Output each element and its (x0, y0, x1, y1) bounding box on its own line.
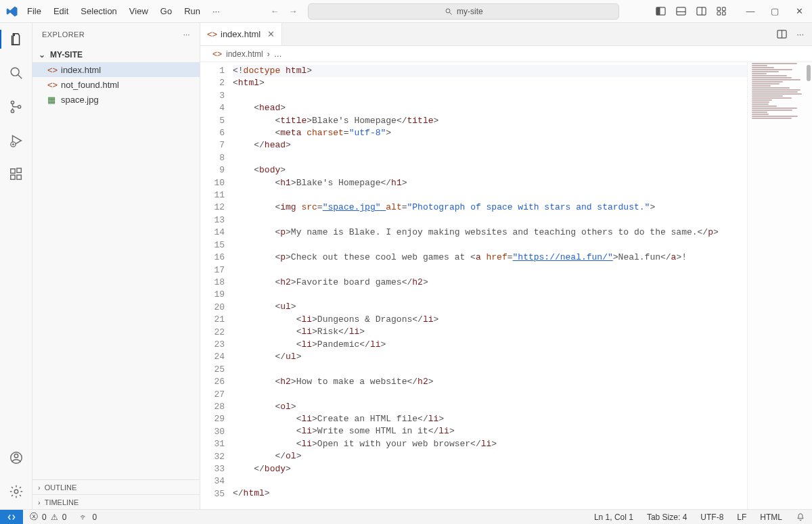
activity-bar (0, 23, 32, 509)
svg-rect-12 (722, 11, 725, 15)
svg-point-16 (11, 110, 14, 112)
vscode-logo-icon (4, 3, 20, 20)
status-problems[interactable]: ⓧ0 ⚠0 (23, 511, 73, 523)
svg-line-1 (450, 12, 452, 14)
menu-file[interactable]: File (22, 3, 47, 19)
svg-rect-24 (16, 168, 20, 172)
search-text: my-site (457, 7, 483, 16)
window-close-icon[interactable]: ✕ (793, 6, 805, 16)
line-number-gutter: 1234567891011121314151617181920212223242… (200, 62, 233, 509)
tab-label: index.html (221, 29, 261, 39)
code-editor[interactable]: <!doctype html><html> <head> <title>Blak… (233, 62, 747, 509)
search-icon (445, 7, 453, 16)
menu-edit[interactable]: Edit (48, 3, 74, 19)
svg-point-17 (18, 105, 20, 108)
activity-run-debug-icon[interactable] (0, 130, 32, 151)
menu-selection[interactable]: Selection (75, 3, 122, 19)
editor-more-icon[interactable]: ··· (796, 29, 804, 39)
status-language[interactable]: HTML (753, 513, 789, 522)
svg-rect-3 (656, 7, 660, 15)
explorer-more-icon[interactable]: ··· (183, 30, 190, 39)
layout-customize-icon[interactable] (716, 6, 727, 17)
timeline-panel[interactable]: › TIMELINE (32, 494, 200, 509)
explorer-sidebar: EXPLORER ··· ⌄ MY-SITE <>index.html<>not… (32, 23, 200, 509)
layout-panel-icon[interactable] (675, 6, 686, 17)
svg-rect-9 (717, 7, 720, 11)
activity-extensions-icon[interactable] (0, 164, 32, 185)
image-file-icon: ▦ (47, 95, 57, 105)
svg-point-13 (11, 68, 19, 76)
activity-settings-icon[interactable] (0, 481, 32, 502)
status-cursor-position[interactable]: Ln 1, Col 1 (587, 513, 640, 522)
chevron-down-icon: ⌄ (38, 50, 46, 59)
status-eol[interactable]: LF (730, 513, 753, 522)
activity-source-control-icon[interactable] (0, 96, 32, 118)
error-icon: ⓧ (30, 511, 38, 523)
tab-index-html[interactable]: <> index.html ✕ (200, 23, 282, 45)
breadcrumb[interactable]: <> index.html › … (200, 46, 812, 62)
file-row[interactable]: <>not_found.html (32, 77, 200, 92)
command-center-search[interactable]: my-site (308, 3, 619, 20)
file-row[interactable]: <>index.html (32, 62, 200, 77)
radio-tower-icon: ᯤ (80, 513, 88, 522)
menu-run[interactable]: Run (179, 3, 206, 19)
remote-indicator-icon[interactable] (0, 510, 23, 525)
menu-view[interactable]: View (124, 3, 154, 19)
svg-rect-22 (10, 175, 14, 179)
minimap-scroll-icon[interactable] (807, 65, 811, 81)
window-maximize-icon[interactable]: ▢ (769, 6, 781, 16)
status-notifications-icon[interactable] (789, 513, 812, 522)
svg-rect-11 (717, 11, 720, 15)
breadcrumb-file: index.html (226, 49, 263, 59)
status-indentation[interactable]: Tab Size: 4 (640, 513, 694, 522)
outline-panel[interactable]: › OUTLINE (32, 479, 200, 494)
svg-point-0 (446, 9, 450, 13)
svg-point-26 (14, 454, 18, 458)
layout-secondary-icon[interactable] (696, 6, 706, 17)
html-file-icon: <> (47, 80, 57, 90)
window-minimize-icon[interactable]: — (744, 6, 757, 16)
activity-accounts-icon[interactable] (0, 447, 32, 469)
file-name: index.html (61, 65, 101, 75)
folder-root[interactable]: ⌄ MY-SITE (32, 47, 200, 62)
editor-group: <> index.html ✕ ··· <> index.html › … 12… (200, 23, 812, 509)
layout-primary-icon[interactable] (655, 6, 666, 17)
svg-line-14 (18, 75, 22, 79)
split-editor-icon[interactable] (777, 29, 787, 39)
menu-overflow-icon[interactable]: ··· (207, 3, 225, 19)
file-row[interactable]: ▦space.jpg (32, 92, 200, 107)
close-icon[interactable]: ✕ (267, 29, 275, 39)
warning-icon: ⚠ (51, 513, 58, 522)
svg-rect-10 (722, 7, 725, 11)
tab-bar: <> index.html ✕ ··· (200, 23, 812, 46)
svg-rect-23 (16, 175, 20, 179)
chevron-right-icon: › (267, 49, 270, 59)
nav-forward-icon[interactable]: → (288, 6, 297, 16)
menu-go[interactable]: Go (155, 3, 177, 19)
status-encoding[interactable]: UTF-8 (694, 513, 730, 522)
status-bar: ⓧ0 ⚠0 ᯤ0 Ln 1, Col 1 Tab Size: 4 UTF-8 L… (0, 509, 812, 524)
svg-point-15 (11, 101, 14, 103)
chevron-right-icon: › (38, 498, 41, 506)
nav-back-icon[interactable]: ← (270, 6, 279, 16)
activity-search-icon[interactable] (0, 62, 32, 84)
svg-rect-7 (696, 7, 705, 15)
chevron-right-icon: › (38, 483, 41, 492)
status-ports[interactable]: ᯤ0 (73, 513, 104, 522)
activity-explorer-icon[interactable] (0, 28, 32, 50)
file-name: not_found.html (61, 80, 119, 90)
explorer-title: EXPLORER (42, 30, 85, 39)
minimap[interactable] (747, 62, 812, 509)
html-file-icon: <> (47, 65, 57, 75)
html-file-icon: <> (207, 29, 217, 39)
breadcrumb-more: … (274, 49, 282, 59)
file-name: space.jpg (61, 95, 99, 105)
html-file-icon: <> (212, 49, 222, 59)
titlebar: File Edit Selection View Go Run ··· ← → … (0, 0, 812, 23)
folder-name: MY-SITE (50, 50, 83, 59)
file-tree: ⌄ MY-SITE <>index.html<>not_found.html▦s… (32, 46, 200, 479)
svg-point-27 (14, 490, 18, 494)
svg-rect-21 (10, 169, 14, 173)
